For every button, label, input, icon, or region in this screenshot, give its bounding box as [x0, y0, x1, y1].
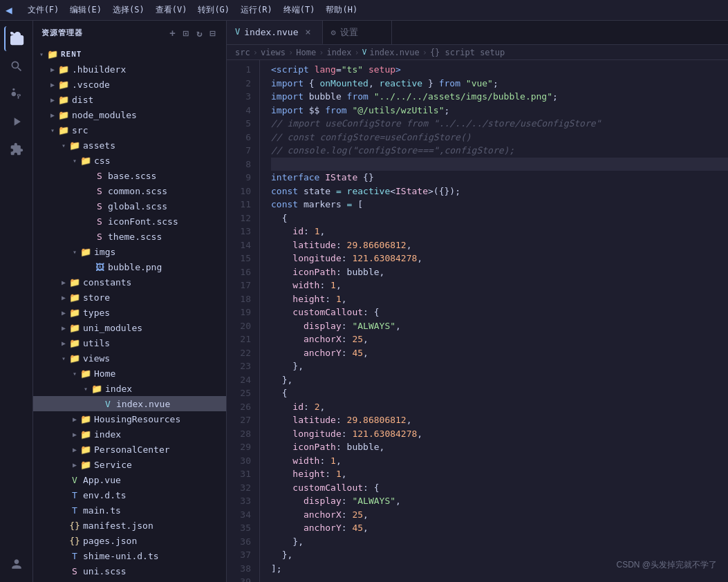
breadcrumb-src[interactable]: src	[235, 48, 250, 57]
tree-item-rent[interactable]: ▾ 📁 RENT	[33, 46, 226, 62]
folder-icon: 📁	[80, 459, 91, 470]
tree-label: Home	[94, 368, 221, 379]
tree-item-shime-uni-dts[interactable]: ▶ T shime-uni.d.ts	[33, 548, 226, 563]
tree-label: utils	[83, 338, 221, 348]
tree-item-store[interactable]: ▶ 📁 store	[33, 290, 226, 305]
file-icon: T	[69, 505, 80, 516]
breadcrumb-sep: ›	[288, 48, 293, 57]
tree-item-home[interactable]: ▾ 📁 Home	[33, 366, 226, 381]
tree-item-personal-center[interactable]: ▶ 📁 PersonalCenter	[33, 442, 226, 457]
tab-index-nvue[interactable]: V index.nvue ×	[227, 21, 323, 44]
account-icon[interactable]	[4, 552, 29, 576]
tree-item-theme-scss[interactable]: ▶ S theme.scss	[33, 229, 226, 244]
menu-edit[interactable]: 编辑(E)	[66, 3, 106, 17]
tree-item-base-scss[interactable]: ▶ S base.scss	[33, 168, 226, 183]
breadcrumb-index-nvue[interactable]: index.nvue	[369, 48, 419, 57]
tree-item-imgs[interactable]: ▾ 📁 imgs	[33, 244, 226, 259]
tab-settings[interactable]: ⚙ 设置	[323, 21, 392, 44]
expand-arrow: ▶	[47, 79, 58, 90]
tree-item-manifest-json[interactable]: ▶ {} manifest.json	[33, 518, 226, 533]
tree-label: env.d.ts	[83, 490, 221, 500]
file-icon: T	[69, 489, 80, 500]
tree-item-types[interactable]: ▶ 📁 types	[33, 305, 226, 320]
file-icon: T	[69, 550, 80, 561]
new-folder-icon[interactable]: ⊡	[182, 26, 191, 40]
folder-icon: 📁	[58, 124, 69, 135]
breadcrumb-views[interactable]: views	[261, 48, 286, 57]
activity-search[interactable]	[4, 54, 29, 79]
tree-item-index-folder[interactable]: ▾ 📁 index	[33, 381, 226, 396]
tree-item-dist[interactable]: ▶ 📁 dist	[33, 92, 226, 107]
file-icon: S	[94, 200, 105, 212]
expand-arrow: ▶	[69, 429, 80, 440]
folder-icon: 📁	[58, 64, 69, 75]
tree-item-housing[interactable]: ▶ 📁 HousingResources	[33, 411, 226, 426]
tree-item-pages-json[interactable]: ▶ {} pages.json	[33, 533, 226, 548]
breadcrumb-sep: ›	[253, 48, 258, 57]
tree-item-node-modules[interactable]: ▶ 📁 node_modules	[33, 107, 226, 122]
tree-item-env-dts[interactable]: ▶ T env.d.ts	[33, 487, 226, 503]
activity-run[interactable]	[4, 109, 29, 134]
tree-label: RENT	[61, 50, 221, 59]
sidebar-header: 资源管理器 + ⊡ ↻ ⊟	[33, 21, 226, 45]
expand-arrow: ▶	[58, 337, 69, 348]
tree-item-global-scss[interactable]: ▶ S global.scss	[33, 198, 226, 214]
tree-item-utils[interactable]: ▶ 📁 utils	[33, 335, 226, 350]
menu-terminal[interactable]: 终端(T)	[279, 3, 319, 17]
tree-item-uni-scss[interactable]: ▶ S uni.scss	[33, 563, 226, 579]
activity-extensions[interactable]	[4, 137, 29, 162]
file-icon: S	[94, 216, 105, 227]
tree-item-index-nvue[interactable]: ▶ V index.nvue	[33, 396, 226, 411]
menu-run[interactable]: 运行(R)	[236, 3, 277, 17]
tree-item-css[interactable]: ▾ 📁 css	[33, 153, 226, 168]
watermark: CSDN @头发掉完就不学了	[616, 559, 717, 571]
tree-item-common-scss[interactable]: ▶ S common.scss	[33, 183, 226, 198]
tree-item-main-ts[interactable]: ▶ T main.ts	[33, 503, 226, 518]
tree-label: iconFont.scss	[108, 216, 221, 227]
tree-item-assets[interactable]: ▾ 📁 assets	[33, 138, 226, 153]
breadcrumb-v-icon: V	[362, 48, 367, 57]
tree-item-constants[interactable]: ▶ 📁 constants	[33, 274, 226, 290]
file-icon: S	[94, 231, 105, 242]
code-editor: 1234567891011121314151617181920212223242…	[227, 60, 728, 582]
breadcrumb-home[interactable]: Home	[296, 48, 316, 57]
expand-arrow: ▶	[58, 292, 69, 303]
breadcrumb: src › views › Home › index › V index.nvu…	[227, 45, 728, 60]
activity-account[interactable]	[4, 552, 29, 576]
tree-item-views[interactable]: ▾ 📁 views	[33, 350, 226, 366]
new-file-icon[interactable]: +	[168, 26, 177, 40]
tree-label: shime-uni.d.ts	[83, 551, 221, 561]
tree-label: App.vue	[83, 475, 221, 485]
tree-label: store	[83, 292, 221, 303]
menu-help[interactable]: 帮助(H)	[321, 3, 362, 17]
tree-item-bubble-png[interactable]: ▶ 🖼 bubble.png	[33, 259, 226, 274]
folder-icon: 📁	[58, 94, 69, 105]
code-content[interactable]: <script lang="ts" setup>import { onMount…	[260, 60, 728, 582]
tree-item-app-vue[interactable]: ▶ V App.vue	[33, 472, 226, 487]
expand-arrow: ▶	[58, 322, 69, 333]
tab-close-icon[interactable]: ×	[303, 26, 314, 37]
tree-item-index2[interactable]: ▶ 📁 index	[33, 426, 226, 442]
tree-item-src[interactable]: ▾ 📁 src	[33, 122, 226, 138]
tree-label: Service	[94, 460, 221, 470]
menu-goto[interactable]: 转到(G)	[194, 3, 234, 17]
expand-arrow: ▶	[47, 94, 58, 105]
tree-item-vscode[interactable]: ▶ 📁 .vscode	[33, 77, 226, 92]
activity-source-control[interactable]	[4, 82, 29, 106]
menu-select[interactable]: 选择(S)	[109, 3, 149, 17]
activity-explorer[interactable]	[4, 26, 29, 51]
breadcrumb-index[interactable]: index	[326, 48, 351, 57]
tree-label: theme.scss	[108, 232, 221, 242]
collapse-all-icon[interactable]: ⊟	[209, 26, 218, 40]
file-icon: S	[69, 565, 80, 576]
menu-view[interactable]: 查看(V)	[151, 3, 192, 17]
menu-file[interactable]: 文件(F)	[24, 3, 64, 17]
tree-label: .vscode	[72, 79, 221, 90]
refresh-icon[interactable]: ↻	[195, 26, 204, 40]
tree-label: types	[83, 308, 221, 318]
tree-item-iconfont-scss[interactable]: ▶ S iconFont.scss	[33, 214, 226, 229]
breadcrumb-script[interactable]: {} script setup	[430, 48, 505, 57]
tree-item-service[interactable]: ▶ 📁 Service	[33, 457, 226, 472]
tree-item-hbuilderx[interactable]: ▶ 📁 .hbuilderx	[33, 62, 226, 77]
tree-item-uni-modules[interactable]: ▶ 📁 uni_modules	[33, 320, 226, 335]
